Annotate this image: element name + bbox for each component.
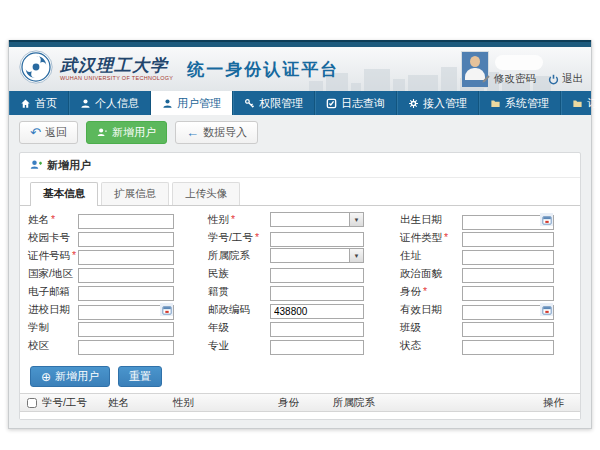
name-input[interactable] [78, 214, 174, 229]
schooling-length-input[interactable] [78, 322, 174, 337]
form-row: 校园卡号 学号/工号* 证件类型* [28, 230, 580, 245]
form-row: 校区 专业 状态 [28, 338, 580, 353]
new-user-form: 姓名* 性别* ▼ 出生日期 校园卡号 学号/工号* 证件类型* [20, 206, 580, 360]
logout-link[interactable]: 退出 [548, 72, 583, 86]
field-label: 年级 [208, 321, 270, 335]
nav-label: 系统管理 [505, 96, 549, 111]
field-label: 学号/工号* [208, 231, 270, 245]
pencil-icon [481, 74, 491, 84]
id-type-input[interactable] [462, 232, 554, 247]
plus-circle-icon: ⊕ [41, 371, 51, 383]
address-input[interactable] [462, 250, 554, 265]
change-password-link[interactable]: 修改密码 [481, 72, 536, 86]
nav-label: 首页 [35, 96, 57, 111]
select-all-checkbox[interactable] [27, 398, 37, 408]
university-name-cn: 武汉理工大学 [60, 57, 173, 74]
nav-item-log-query[interactable]: 日志查询 [315, 91, 397, 115]
field-label: 电子邮箱 [28, 285, 78, 299]
field-label: 证件号码* [28, 249, 78, 263]
add-user-toolbar-label: 新增用户 [112, 125, 156, 140]
id-number-input[interactable] [78, 250, 174, 265]
status-input[interactable] [462, 340, 554, 355]
required-asterisk: * [51, 213, 55, 225]
nav-item-permission-management[interactable]: 权限管理 [233, 91, 315, 115]
field-label: 邮政编码 [208, 303, 270, 317]
users-icon [162, 98, 173, 109]
identity-input[interactable] [462, 286, 554, 301]
col-header-department: 所属院系 [333, 396, 543, 410]
power-icon [548, 74, 559, 85]
field-label: 班级 [400, 321, 462, 335]
gear-icon [408, 98, 419, 109]
tab-extended-info[interactable]: 扩展信息 [101, 182, 169, 205]
nav-label: 用户管理 [177, 96, 221, 111]
field-label: 姓名* [28, 213, 78, 227]
key-icon [244, 98, 255, 109]
department-select[interactable]: ▼ [270, 248, 364, 263]
form-row: 学制 年级 班级 [28, 320, 580, 335]
field-label: 证件类型* [400, 231, 462, 245]
col-header-student-id: 学号/工号 [42, 396, 108, 410]
tab-basic-info[interactable]: 基本信息 [30, 182, 98, 206]
field-label: 校园卡号 [28, 231, 78, 245]
back-button-label: 返回 [45, 125, 67, 140]
new-user-panel: 新增用户 基本信息 扩展信息 上传头像 姓名* 性别* ▼ 出生日期 [19, 152, 581, 420]
ethnicity-input[interactable] [270, 268, 364, 283]
field-label: 身份* [400, 285, 462, 299]
email-input[interactable] [78, 286, 174, 301]
campus-card-input[interactable] [78, 232, 174, 247]
calendar-icon[interactable] [540, 213, 553, 226]
chevron-down-icon: ▼ [349, 249, 363, 262]
nav-item-personal-info[interactable]: 个人信息 [69, 91, 151, 115]
nav-item-home[interactable]: 首页 [9, 91, 69, 115]
grade-input[interactable] [270, 322, 364, 337]
calendar-icon[interactable] [160, 303, 173, 316]
major-input[interactable] [270, 340, 364, 355]
field-label: 学制 [28, 321, 78, 335]
field-label: 专业 [208, 339, 270, 353]
country-region-input[interactable] [78, 268, 174, 283]
native-place-input[interactable] [270, 286, 364, 301]
add-user-submit-button[interactable]: ⊕ 新增用户 [30, 366, 110, 387]
nav-label: 订阅管理 [587, 96, 600, 111]
required-asterisk: * [231, 213, 235, 225]
gender-select[interactable]: ▼ [270, 212, 364, 227]
field-label: 状态 [400, 339, 462, 353]
add-user-submit-label: 新增用户 [55, 369, 99, 384]
add-user-toolbar-button[interactable]: 新增用户 [86, 121, 167, 144]
university-logo [19, 50, 53, 88]
app-window: 武汉理工大学 WUHAN UNIVERSITY OF TECHNOLOGY 统一… [8, 40, 592, 429]
postal-code-input[interactable] [270, 304, 364, 319]
data-import-button[interactable]: ← 数据导入 [175, 121, 258, 144]
nav-item-user-management[interactable]: 用户管理 [151, 91, 233, 115]
field-label: 性别* [208, 213, 270, 227]
reset-label: 重置 [129, 369, 151, 384]
header-links: 修改密码 退出 [481, 72, 583, 86]
field-label: 进校日期 [28, 303, 78, 317]
page-title: 统一身份认证平台 [187, 58, 339, 81]
nav-item-subscription-management[interactable]: 订阅管理 [561, 91, 600, 115]
table-header-row: 学号/工号 姓名 性别 身份 所属院系 操作 [20, 393, 580, 412]
back-button[interactable]: ↶ 返回 [19, 121, 78, 144]
calendar-icon[interactable] [540, 303, 553, 316]
form-row: 进校日期 邮政编码 有效日期 [28, 302, 580, 317]
campus-input[interactable] [78, 340, 174, 355]
field-label: 民族 [208, 267, 270, 281]
political-status-input[interactable] [462, 268, 554, 283]
main-nav: 首页 个人信息 用户管理 权限管理 日志查询 接入管理 系统管理 订阅管理 [9, 91, 591, 115]
nav-item-system-management[interactable]: 系统管理 [479, 91, 561, 115]
form-actions: ⊕ 新增用户 重置 [20, 360, 580, 393]
class-input[interactable] [462, 322, 554, 337]
nav-label: 日志查询 [341, 96, 385, 111]
field-label: 出生日期 [400, 213, 462, 227]
header: 武汉理工大学 WUHAN UNIVERSITY OF TECHNOLOGY 统一… [9, 47, 591, 91]
reset-button[interactable]: 重置 [118, 366, 162, 387]
student-id-input[interactable] [270, 232, 364, 247]
nav-item-access-management[interactable]: 接入管理 [397, 91, 479, 115]
form-row: 国家/地区 民族 政治面貌 [28, 266, 580, 281]
col-header-name: 姓名 [108, 396, 173, 410]
back-arrow-icon: ↶ [30, 126, 41, 139]
tab-upload-avatar[interactable]: 上传头像 [172, 182, 240, 205]
top-accent-bar [9, 40, 591, 47]
required-asterisk: * [255, 231, 259, 243]
